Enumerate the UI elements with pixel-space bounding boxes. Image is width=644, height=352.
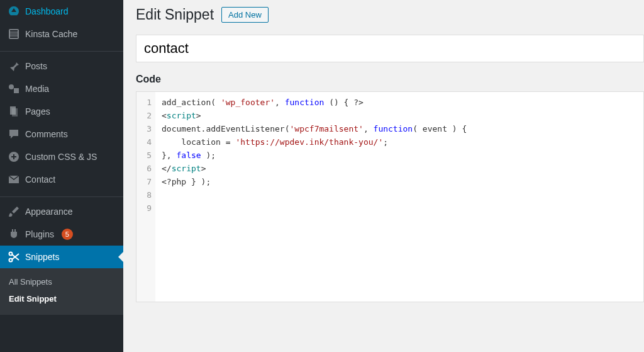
cache-icon [8, 28, 20, 40]
sidebar-item-dashboard[interactable]: Dashboard [0, 0, 123, 23]
sidebar-item-snippets[interactable]: Snippets [0, 246, 123, 268]
pin-icon [8, 60, 20, 72]
snippet-title-input[interactable] [136, 35, 644, 62]
sidebar-item-label: Pages [25, 106, 50, 116]
sidebar-item-custom-css-js[interactable]: Custom CSS & JS [0, 145, 123, 168]
sidebar-item-plugins[interactable]: Plugins 5 [0, 223, 123, 246]
code-lines[interactable]: add_action( 'wp_footer', function () { ?… [155, 92, 473, 302]
plug-icon [8, 228, 20, 241]
sidebar-item-comments[interactable]: Comments [0, 123, 123, 145]
code-line: }, false ); [162, 149, 467, 162]
plus-circle-icon [8, 150, 20, 163]
heading-row: Edit Snippet Add New [136, 6, 644, 23]
svg-rect-5 [14, 88, 19, 93]
media-icon [8, 82, 20, 95]
mail-icon [8, 173, 20, 186]
svg-rect-7 [12, 108, 18, 116]
sidebar-item-label: Plugins [25, 229, 54, 239]
pages-icon [8, 105, 20, 118]
sidebar-item-label: Kinsta Cache [25, 29, 77, 39]
sidebar-item-label: Appearance [25, 207, 73, 217]
svg-point-4 [9, 84, 14, 89]
scissors-icon [8, 251, 20, 263]
sidebar-item-label: Contact [25, 174, 55, 185]
comment-icon [8, 128, 20, 140]
brush-icon [8, 205, 20, 218]
sidebar-separator [0, 194, 123, 197]
code-line: <script> [162, 109, 467, 122]
sidebar-item-label: Snippets [25, 252, 59, 262]
dashboard-icon [8, 5, 20, 18]
sidebar-item-posts[interactable]: Posts [0, 55, 123, 77]
sidebar-item-contact[interactable]: Contact [0, 168, 123, 191]
page-title: Edit Snippet [136, 6, 214, 23]
code-editor[interactable]: 123456789 add_action( 'wp_footer', funct… [136, 91, 644, 302]
sidebar-item-label: Comments [25, 129, 68, 139]
sidebar-item-label: Media [25, 84, 49, 94]
code-section-label: Code [136, 74, 644, 85]
plugins-badge: 5 [62, 229, 73, 240]
code-line: document.addEventListener('wpcf7mailsent… [162, 122, 467, 135]
code-line: </script> [162, 162, 467, 175]
submenu-all-snippets[interactable]: All Snippets [0, 273, 123, 290]
submenu-edit-snippet[interactable]: Edit Snippet [0, 290, 123, 307]
main-content: Edit Snippet Add New Code 123456789 add_… [123, 0, 644, 352]
code-line: add_action( 'wp_footer', function () { ?… [162, 96, 467, 109]
code-line: location = 'https://wpdev.ink/thank-you/… [162, 135, 467, 149]
sidebar-item-media[interactable]: Media [0, 77, 123, 100]
add-new-button[interactable]: Add New [221, 7, 269, 23]
sidebar-item-label: Posts [25, 61, 47, 71]
line-number-gutter: 123456789 [136, 92, 155, 302]
sidebar-item-label: Dashboard [25, 6, 69, 16]
admin-sidebar: Dashboard Kinsta Cache Posts Media Pages… [0, 0, 123, 352]
sidebar-separator [0, 48, 123, 52]
snippets-submenu: All Snippets Edit Snippet [0, 268, 123, 315]
sidebar-item-label: Custom CSS & JS [25, 152, 97, 162]
sidebar-item-appearance[interactable]: Appearance [0, 200, 123, 223]
code-line: <?php } ); [162, 175, 467, 188]
sidebar-item-pages[interactable]: Pages [0, 100, 123, 123]
sidebar-item-kinsta-cache[interactable]: Kinsta Cache [0, 23, 123, 45]
